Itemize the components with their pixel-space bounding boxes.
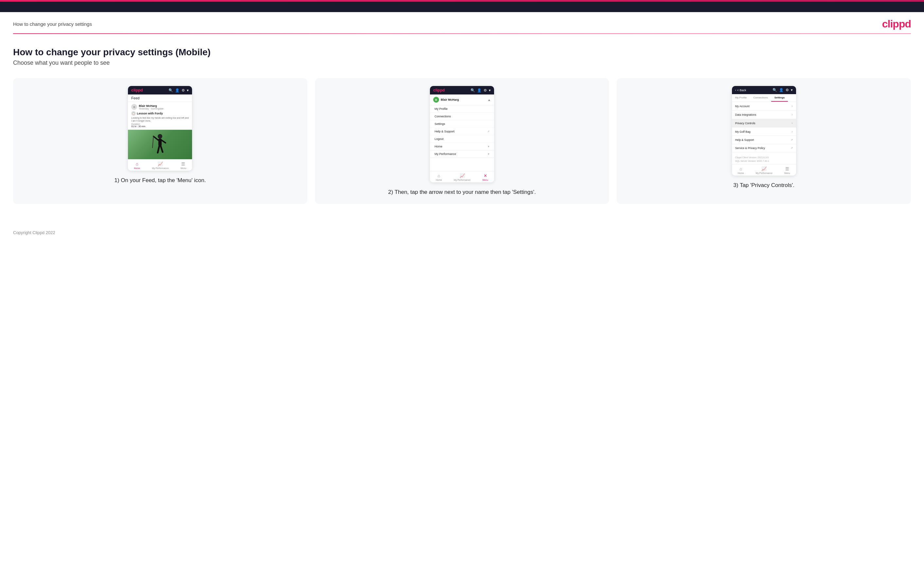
phone2-user-row[interactable]: B Blair McHarg ▲ — [430, 95, 494, 105]
phone-mockup-2: clippd 🔍 👤 ⚙ ▾ B Blair McHarg ▲ — [430, 86, 494, 182]
phone1-nav-menu[interactable]: ☰ Menu — [181, 161, 186, 169]
phone2-connections-label: Connections — [435, 115, 451, 118]
menu-icon: ☰ — [181, 161, 185, 166]
feed-user-info: Blair McHarg Yesterday · Sunningdale — [139, 104, 163, 110]
home-icon: ⌂ — [136, 161, 138, 166]
phone2-menu-my-profile[interactable]: My Profile — [430, 105, 494, 113]
data-integrations-chevron-icon: › — [792, 113, 793, 116]
phone2-logo: clippd — [433, 88, 445, 92]
phone3-nav-menu[interactable]: ☰ Menu — [784, 166, 790, 174]
phone-mockup-1: clippd 🔍 👤 ⚙ ▾ Feed B Blair McHarg — [128, 86, 192, 171]
phone2-menu-help[interactable]: Help & Support ↗ — [430, 128, 494, 135]
tab-connections-label: Connections — [753, 96, 767, 99]
settings-my-golf-bag[interactable]: My Golf Bag › — [732, 127, 796, 136]
settings-help-support[interactable]: Help & Support ↗ — [732, 136, 796, 144]
feed-user-row: B Blair McHarg Yesterday · Sunningdale — [131, 104, 189, 110]
phone2-settings-icon[interactable]: ⚙ — [484, 88, 487, 92]
my-account-chevron-icon: › — [792, 104, 793, 108]
phone2-settings-label: Settings — [435, 122, 445, 126]
data-integrations-label: Data Integrations — [735, 113, 756, 116]
phone3-back-bar: ‹ < Back 🔍 👤 ⚙ ▾ — [732, 86, 796, 94]
phone1-nav-home-label: Home — [134, 167, 140, 169]
privacy-controls-chevron-icon: › — [792, 121, 793, 125]
phone1-nav-home[interactable]: ⌂ Home — [134, 161, 140, 169]
phone2-nav-performance[interactable]: 📈 My Performance — [454, 173, 470, 181]
copyright-text: Copyright Clippd 2022 — [13, 230, 55, 235]
phone3-search-icon[interactable]: 🔍 — [772, 88, 777, 92]
phone3-nav-home[interactable]: ⌂ Home — [738, 166, 744, 174]
phone2-home-chevron-icon: ▾ — [488, 145, 489, 148]
phone1-settings-icon[interactable]: ⚙ — [182, 88, 185, 92]
phone2-nav-performance-item[interactable]: My Performance ▾ — [430, 150, 494, 158]
phone3-back-label[interactable]: < Back — [737, 89, 746, 92]
settings-my-account[interactable]: My Account › — [732, 102, 796, 111]
phone3-nav-home-label: Home — [738, 172, 744, 174]
phone2-nav-home[interactable]: ⌂ Home — [436, 173, 442, 181]
feed-avatar: B — [131, 104, 137, 110]
phone1-nav-bar: clippd 🔍 👤 ⚙ ▾ — [128, 86, 192, 95]
svg-line-5 — [161, 146, 163, 152]
svg-point-0 — [158, 134, 162, 139]
tab-settings[interactable]: Settings — [771, 94, 788, 102]
settings-privacy-controls[interactable]: Privacy Controls › — [732, 119, 796, 127]
feed-duration-val: 01 hr : 30 min — [131, 125, 145, 127]
phone2-spacer — [430, 158, 494, 171]
phone2-menu-logout[interactable]: Logout — [430, 135, 494, 143]
phone2-bottom-nav: ⌂ Home 📈 My Performance ✕ Menu — [430, 171, 494, 182]
phone2-arrow-up-icon[interactable]: ▲ — [488, 98, 491, 102]
tab-connections[interactable]: Connections — [750, 94, 771, 102]
settings-service-privacy[interactable]: Service & Privacy Policy ↗ — [732, 144, 796, 152]
page-subheading: Choose what you want people to see — [13, 60, 911, 66]
phone2-user-left: B Blair McHarg — [433, 97, 459, 103]
phone1-nav-performance-label: My Performance — [152, 167, 168, 169]
step-card-1: clippd 🔍 👤 ⚙ ▾ Feed B Blair McHarg — [13, 78, 307, 204]
menu-icon-3: ☰ — [785, 166, 789, 171]
page-heading: How to change your privacy settings (Mob… — [13, 47, 911, 58]
help-support-ext-icon: ↗ — [791, 139, 793, 141]
tab-my-profile[interactable]: My Profile — [732, 94, 750, 102]
lesson-icon: 📋 — [131, 111, 136, 116]
phone3-tabs: My Profile Connections Settings — [732, 94, 796, 102]
feed-lesson-desc: Looking to feel like my hands are exitin… — [131, 116, 189, 122]
phone3-nav-perf-label: My Performance — [756, 172, 772, 174]
phone2-user-icon[interactable]: 👤 — [477, 88, 481, 92]
tab-settings-label: Settings — [774, 96, 785, 99]
phone2-search-icon[interactable]: 🔍 — [470, 88, 475, 92]
phone2-nav-menu-label: Menu — [482, 179, 488, 181]
phone3-chevron-icon[interactable]: ▾ — [791, 88, 793, 92]
phone3-bottom-nav: ⌂ Home 📈 My Performance ☰ Menu — [732, 164, 796, 176]
phone3-settings-icon[interactable]: ⚙ — [786, 88, 789, 92]
phone2-nav-home-item[interactable]: Home ▾ — [430, 143, 494, 150]
step3-caption: 3) Tap 'Privacy Controls'. — [733, 181, 795, 189]
phone1-icons: 🔍 👤 ⚙ ▾ — [168, 88, 189, 92]
svg-line-4 — [158, 146, 159, 153]
phone2-nav-menu[interactable]: ✕ Menu — [482, 173, 488, 181]
phone2-menu-settings[interactable]: Settings — [430, 120, 494, 128]
header: How to change your privacy settings clip… — [0, 12, 924, 33]
svg-line-2 — [153, 136, 158, 140]
phone2-nav-perf-label: My Performance — [454, 179, 470, 181]
phone1-user-icon[interactable]: 👤 — [175, 88, 179, 92]
feed-user-sub: Yesterday · Sunningdale — [139, 108, 163, 110]
phone1-search-icon[interactable]: 🔍 — [168, 88, 173, 92]
phone3-nav-performance[interactable]: 📈 My Performance — [756, 166, 772, 174]
step1-caption: 1) On your Feed, tap the 'Menu' icon. — [115, 177, 206, 184]
phone3-back-left: ‹ < Back — [735, 89, 746, 92]
phone2-my-profile-label: My Profile — [435, 107, 447, 111]
phone1-nav-performance[interactable]: 📈 My Performance — [152, 161, 168, 169]
phone1-chevron-icon[interactable]: ▾ — [187, 88, 189, 92]
settings-data-integrations[interactable]: Data Integrations › — [732, 111, 796, 119]
performance-icon-3: 📈 — [761, 166, 767, 171]
phone3-user-icon[interactable]: 👤 — [779, 88, 783, 92]
gql-server-version: GQL Server Version: 2022.7.30-1 — [735, 159, 793, 163]
phone2-chevron-icon[interactable]: ▾ — [489, 88, 491, 92]
phone-mockup-3: ‹ < Back 🔍 👤 ⚙ ▾ My Profile — [732, 86, 796, 176]
phone2-menu-connections[interactable]: Connections — [430, 113, 494, 120]
phone2-avatar: B — [433, 97, 439, 103]
step-card-2: clippd 🔍 👤 ⚙ ▾ B Blair McHarg ▲ — [315, 78, 609, 204]
step2-caption: 2) Then, tap the arrow next to your name… — [388, 188, 536, 196]
privacy-controls-label: Privacy Controls — [735, 122, 756, 125]
phone1-feed-item: B Blair McHarg Yesterday · Sunningdale 📋… — [128, 102, 192, 130]
phone2-nav-bar: clippd 🔍 👤 ⚙ ▾ — [430, 86, 494, 95]
phone3-version-info: Clippd Client Version: 2022.8.3-3 GQL Se… — [732, 152, 796, 164]
